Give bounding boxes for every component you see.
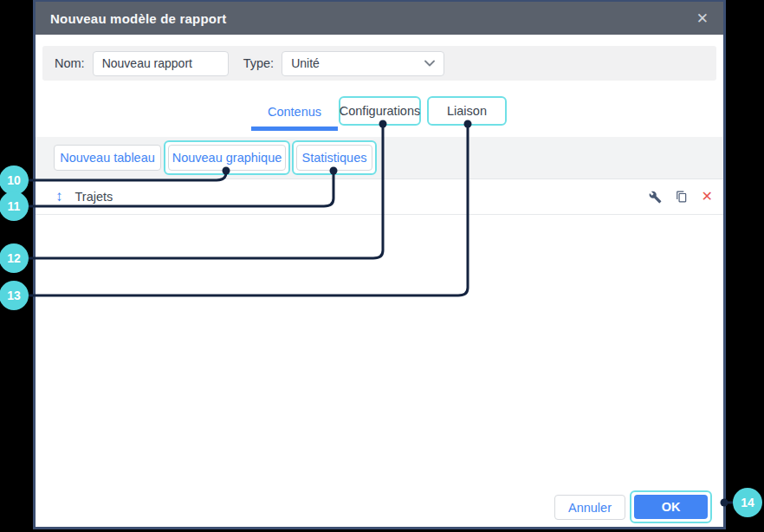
row-actions: ✕ [649,190,713,204]
callout-badge-14: 14 [733,488,762,517]
dialog-title: Nouveau modèle de rapport [50,11,226,26]
chevron-down-icon [424,60,435,67]
statistiques-button[interactable]: Statistiques [296,145,372,171]
type-select[interactable]: Unité [282,51,444,76]
delete-icon[interactable]: ✕ [702,190,713,204]
callout-badge-11: 11 [0,191,29,221]
dialog-titlebar: Nouveau modèle de rapport ✕ [36,2,723,35]
content-toolbar: Nouveau tableau Nouveau graphique Statis… [36,137,723,179]
tab-contenus[interactable]: Contenus [251,99,338,125]
active-tab-underline [251,127,338,131]
new-report-template-dialog: Nouveau modèle de rapport ✕ Nom: Type: U… [33,0,726,529]
screenshot-root: Nouveau modèle de rapport ✕ Nom: Type: U… [0,0,764,532]
statistiques-highlight: Statistiques [292,140,377,175]
type-label: Type: [243,56,274,70]
form-row: Nom: Type: Unité [42,46,716,81]
content-row-trajets: ↕ Trajets ✕ [36,179,723,215]
nouveau-graphique-button[interactable]: Nouveau graphique [168,145,286,171]
close-icon[interactable]: ✕ [696,11,709,26]
tab-liaison[interactable]: Liaison [427,96,507,126]
ok-button[interactable]: OK [634,495,708,519]
drag-vertical-icon[interactable]: ↕ [55,188,63,205]
duplicate-icon[interactable] [676,191,688,203]
nouveau-graphique-highlight: Nouveau graphique [164,140,290,175]
callout-badge-10: 10 [0,165,29,195]
callout-badge-13: 13 [0,281,29,310]
content-row-label: Trajets [75,190,113,204]
wrench-icon[interactable] [649,191,662,204]
name-input[interactable] [93,51,229,76]
name-label: Nom: [55,56,85,70]
type-select-value: Unité [291,56,320,70]
cancel-button[interactable]: Annuler [554,495,625,520]
ok-highlight: OK [630,490,712,523]
tab-configurations[interactable]: Configurations [339,96,421,126]
nouveau-tableau-button[interactable]: Nouveau tableau [54,145,161,171]
callout-badge-12: 12 [0,243,29,273]
